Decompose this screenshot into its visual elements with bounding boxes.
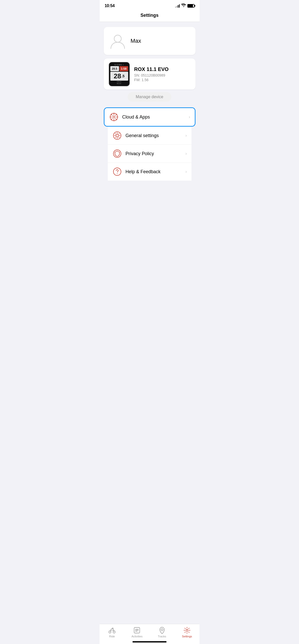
general-settings-label: General settings — [126, 133, 186, 138]
svg-point-15 — [117, 173, 117, 174]
privacy-policy-icon-container — [112, 149, 122, 158]
svg-line-8 — [115, 119, 116, 120]
svg-point-0 — [114, 35, 121, 42]
wifi-icon — [181, 4, 186, 8]
general-settings-icon-container — [112, 131, 122, 140]
menu-item-help-feedback[interactable]: Help & Feedback › — [108, 163, 191, 181]
svg-point-12 — [116, 134, 118, 137]
signal-icon — [175, 4, 180, 8]
chevron-right-icon: › — [185, 133, 187, 138]
nav-header: Settings — [100, 10, 200, 22]
menu-item-general-settings[interactable]: General settings › — [108, 127, 191, 145]
chevron-right-icon: › — [185, 151, 187, 156]
page-title: Settings — [140, 13, 158, 18]
cloud-icon — [110, 113, 118, 121]
manage-device-button[interactable]: Manage device — [128, 92, 172, 102]
watch-brand: SIGMA ▪ — [110, 64, 128, 66]
watch-main-display: 28 .5 — [110, 72, 128, 81]
status-bar: 10:54 — [100, 0, 200, 10]
svg-point-2 — [113, 116, 115, 118]
svg-line-10 — [111, 119, 112, 120]
device-image: SIGMA ▪ 28.5 1:58 28 .5 KM/H ROX — [108, 63, 131, 85]
chevron-right-icon: › — [185, 169, 187, 174]
device-info: ROX 11.1 EVO SN: 051120B00989 FW: 1.56 — [134, 66, 191, 82]
watch-time: 1:58 — [119, 66, 128, 71]
gear-icon — [113, 131, 122, 140]
question-icon — [113, 167, 122, 176]
status-time: 10:54 — [105, 4, 115, 8]
cloud-apps-label: Cloud & Apps — [122, 114, 189, 120]
privacy-policy-label: Privacy Policy — [126, 151, 186, 156]
device-fw: FW: 1.56 — [134, 78, 191, 82]
watch-speed: 28.5 — [110, 66, 119, 71]
svg-point-14 — [113, 168, 121, 175]
menu-item-privacy-policy[interactable]: Privacy Policy › — [108, 145, 191, 163]
help-feedback-label: Help & Feedback — [126, 169, 186, 174]
battery-icon — [187, 4, 195, 8]
shield-icon — [113, 149, 122, 158]
status-icons — [175, 4, 195, 8]
watch-model: ROX — [110, 83, 128, 84]
device-sn: SN: 051120B00989 — [134, 73, 191, 77]
device-card[interactable]: SIGMA ▪ 28.5 1:58 28 .5 KM/H ROX ROX 11.… — [104, 58, 196, 90]
avatar — [109, 32, 127, 50]
help-feedback-icon-container — [112, 167, 122, 177]
device-name: ROX 11.1 EVO — [134, 66, 191, 72]
watch-speed-unit: KM/H — [110, 81, 128, 83]
menu-item-cloud-apps[interactable]: Cloud & Apps › — [104, 108, 195, 126]
user-card[interactable]: Max — [104, 27, 196, 55]
svg-line-7 — [111, 114, 112, 115]
cloud-apps-icon-container — [109, 112, 119, 122]
chevron-right-icon: › — [189, 115, 190, 119]
user-name: Max — [131, 38, 141, 44]
svg-line-9 — [115, 114, 116, 115]
